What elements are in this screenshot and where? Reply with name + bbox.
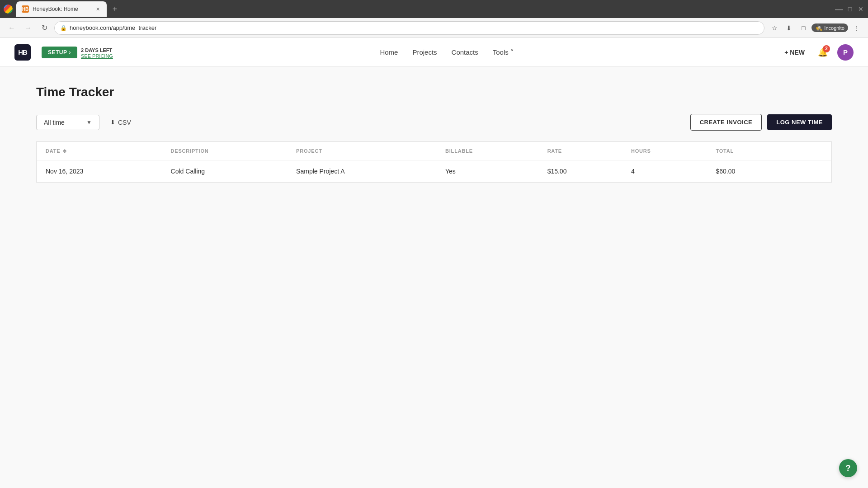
tab-favicon: HB bbox=[22, 5, 29, 13]
days-left-text: 2 DAYS LEFT bbox=[81, 47, 112, 53]
time-tracker-table: DATE DESCRIPTION PROJECT BILLABLE RATE H… bbox=[36, 141, 832, 183]
nav-projects[interactable]: Projects bbox=[412, 47, 437, 58]
main-nav: Home Projects Contacts Tools ˅ bbox=[113, 47, 781, 58]
log-new-time-button[interactable]: LOG NEW TIME bbox=[767, 114, 832, 130]
cell-total: $60.00 bbox=[707, 160, 790, 183]
bookmark-button[interactable]: ☆ bbox=[768, 22, 781, 34]
download-button[interactable]: ⬇ bbox=[783, 22, 795, 34]
nav-home[interactable]: Home bbox=[380, 47, 398, 58]
controls-left: All time ▼ ⬇ CSV bbox=[36, 115, 135, 130]
setup-button[interactable]: SETUP › bbox=[42, 47, 77, 58]
tab-close-button[interactable]: ✕ bbox=[94, 5, 101, 13]
csv-export-button[interactable]: ⬇ CSV bbox=[107, 116, 135, 129]
col-date[interactable]: DATE bbox=[37, 142, 162, 160]
controls-right: CREATE INVOICE LOG NEW TIME bbox=[690, 114, 832, 131]
nav-tools[interactable]: Tools ˅ bbox=[493, 47, 514, 58]
app-logo: HB bbox=[14, 44, 31, 61]
notifications-button[interactable]: 🔔 2 bbox=[816, 45, 830, 60]
menu-button[interactable]: ⋮ bbox=[850, 22, 863, 34]
google-icon bbox=[4, 5, 13, 14]
col-actions bbox=[791, 142, 832, 160]
cell-project: Sample Project A bbox=[287, 160, 436, 183]
nav-right: + NEW 🔔 2 P bbox=[781, 44, 854, 61]
address-bar[interactable]: 🔒 honeybook.com/app/time_tracker bbox=[54, 21, 764, 35]
controls-bar: All time ▼ ⬇ CSV CREATE INVOICE LOG NEW … bbox=[36, 114, 832, 131]
cell-description: Cold Calling bbox=[162, 160, 288, 183]
back-button[interactable]: ← bbox=[5, 22, 18, 34]
nav-contacts[interactable]: Contacts bbox=[452, 47, 478, 58]
app-navbar: HB SETUP › 2 DAYS LEFT SEE PRICING Home … bbox=[0, 38, 868, 67]
col-billable: BILLABLE bbox=[436, 142, 538, 160]
cell-rate: $15.00 bbox=[538, 160, 622, 183]
cell-billable: Yes bbox=[436, 160, 538, 183]
maximize-button[interactable]: □ bbox=[846, 5, 854, 13]
close-window-button[interactable]: ✕ bbox=[857, 5, 864, 13]
nav-icons-right: ☆ ⬇ □ 🕵 Incognito ⋮ bbox=[768, 22, 863, 34]
refresh-button[interactable]: ↻ bbox=[38, 22, 51, 34]
main-content: Time Tracker All time ▼ ⬇ CSV CREATE INV… bbox=[0, 67, 868, 488]
filter-dropdown[interactable]: All time ▼ bbox=[36, 115, 99, 130]
app-wrapper: HB SETUP › 2 DAYS LEFT SEE PRICING Home … bbox=[0, 38, 868, 488]
browser-nav-bar: ← → ↻ 🔒 honeybook.com/app/time_tracker ☆… bbox=[0, 18, 868, 38]
cell-hours: 4 bbox=[622, 160, 707, 183]
cell-row-actions bbox=[791, 160, 832, 183]
extension-button[interactable]: □ bbox=[797, 22, 810, 34]
csv-download-icon: ⬇ bbox=[110, 119, 115, 126]
col-hours: HOURS bbox=[622, 142, 707, 160]
filter-selected-value: All time bbox=[44, 119, 65, 126]
create-invoice-button[interactable]: CREATE INVOICE bbox=[690, 114, 762, 131]
col-description: DESCRIPTION bbox=[162, 142, 288, 160]
see-pricing-link[interactable]: SEE PRICING bbox=[81, 53, 113, 59]
lock-icon: 🔒 bbox=[60, 25, 67, 31]
filter-dropdown-arrow: ▼ bbox=[86, 119, 92, 126]
setup-days-info: 2 DAYS LEFT SEE PRICING bbox=[81, 46, 113, 59]
col-project: PROJECT bbox=[287, 142, 436, 160]
minimize-button[interactable]: — bbox=[835, 5, 843, 13]
forward-button[interactable]: → bbox=[22, 22, 34, 34]
browser-active-tab[interactable]: HB HoneyBook: Home ✕ bbox=[16, 1, 107, 17]
page-title: Time Tracker bbox=[36, 85, 832, 99]
table-row: Nov 16, 2023 Cold Calling Sample Project… bbox=[37, 160, 832, 183]
browser-chrome: HB HoneyBook: Home ✕ + — □ ✕ ← → ↻ 🔒 hon… bbox=[0, 0, 868, 38]
new-tab-button[interactable]: + bbox=[108, 3, 121, 15]
help-button[interactable]: ? bbox=[839, 459, 857, 477]
url-text: honeybook.com/app/time_tracker bbox=[70, 24, 759, 31]
notification-badge: 2 bbox=[823, 45, 830, 52]
logo-icon: HB bbox=[14, 44, 31, 61]
cell-date: Nov 16, 2023 bbox=[37, 160, 162, 183]
browser-tab-bar: HB HoneyBook: Home ✕ + — □ ✕ bbox=[0, 0, 868, 18]
table-header-row: DATE DESCRIPTION PROJECT BILLABLE RATE H… bbox=[37, 142, 832, 160]
incognito-badge: 🕵 Incognito bbox=[811, 23, 848, 32]
tools-dropdown-arrow: ˅ bbox=[510, 48, 514, 56]
col-total: TOTAL bbox=[707, 142, 790, 160]
avatar-button[interactable]: P bbox=[837, 44, 854, 61]
date-sort-icon bbox=[63, 149, 66, 153]
tab-title: HoneyBook: Home bbox=[33, 6, 90, 12]
col-rate: RATE bbox=[538, 142, 622, 160]
new-button[interactable]: + NEW bbox=[781, 47, 808, 58]
